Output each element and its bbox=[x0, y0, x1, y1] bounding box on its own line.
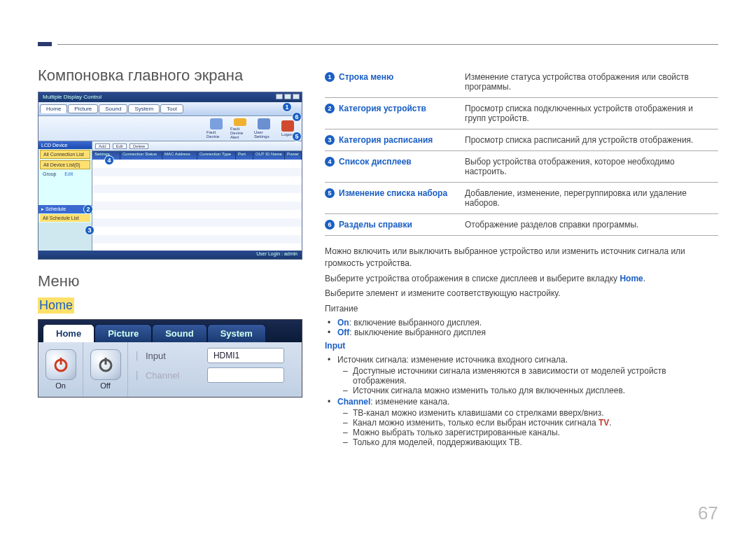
channel-list: Channel: изменение канала. bbox=[325, 397, 718, 407]
window-buttons: _ □ × bbox=[276, 94, 300, 99]
list-item: Доступные источники сигнала изменяются в… bbox=[353, 366, 718, 386]
table-row: 5Изменение списка набораДобавление, изме… bbox=[325, 183, 718, 214]
callout-6: 6 bbox=[292, 112, 302, 122]
sidebar-head: LCD Device bbox=[38, 141, 92, 149]
row-desc: Просмотр списка подключенных устройств о… bbox=[465, 98, 718, 129]
toolbar-label: Fault Device Alert bbox=[230, 127, 250, 139]
col-header: MAC Address bbox=[162, 151, 197, 160]
col-header: OUT ID Name bbox=[253, 151, 285, 160]
page-content: Компоновка главного экрана Multiple Disp… bbox=[38, 66, 718, 513]
close-icon: × bbox=[293, 94, 300, 99]
left-column: Компоновка главного экрана Multiple Disp… bbox=[38, 66, 302, 513]
input-label: Input bbox=[146, 351, 202, 361]
off-keyword: Off bbox=[337, 328, 349, 337]
tab-tool: Tool bbox=[160, 104, 183, 113]
channel-label: Channel bbox=[146, 370, 202, 381]
minimize-icon: _ bbox=[276, 94, 283, 99]
list-item: Источник сигнала: изменение источника вх… bbox=[337, 355, 718, 365]
divider-icon: │ bbox=[135, 371, 140, 379]
on-keyword: On bbox=[337, 318, 349, 328]
toolbar: Fault Device Fault Device Alert User Set… bbox=[38, 116, 302, 141]
callout-1: 1 bbox=[282, 102, 292, 112]
number-badge: 4 bbox=[325, 157, 335, 167]
svg-rect-1 bbox=[59, 358, 62, 365]
number-badge: 5 bbox=[325, 188, 335, 198]
section-title: Компоновка главного экрана bbox=[38, 66, 302, 85]
callout-2: 2 bbox=[83, 204, 93, 214]
channel-sublist: ТВ-канал можно изменить клавишами со стр… bbox=[325, 408, 718, 447]
row-desc: Отображение разделов справки программы. bbox=[465, 214, 718, 236]
monitor-icon bbox=[210, 118, 223, 129]
on-label: On bbox=[55, 381, 66, 390]
col-header: Power bbox=[285, 151, 302, 160]
tab-home: Home bbox=[43, 324, 94, 342]
row-desc: Изменение статуса устройства отображения… bbox=[465, 66, 718, 98]
edit-label: Edit bbox=[64, 171, 73, 176]
logout-icon bbox=[281, 120, 294, 132]
alert-icon bbox=[234, 118, 246, 126]
list-item: On: включение выбранного дисплея. bbox=[337, 318, 718, 328]
off-label: Off bbox=[100, 381, 110, 390]
toolbar-fault-alert: Fault Device Alert bbox=[230, 118, 250, 139]
list-item: Только для моделей, поддерживающих ТВ. bbox=[353, 437, 718, 447]
tab-home: Home bbox=[40, 104, 67, 113]
list-item: Источник сигнала можно изменить только д… bbox=[353, 386, 718, 395]
app-body: LCD Device All Connection List All Devic… bbox=[38, 141, 302, 251]
row-label: 4Список дисплеев bbox=[325, 151, 465, 183]
row-label: 5Изменение списка набора bbox=[325, 183, 465, 214]
number-badge: 3 bbox=[325, 135, 335, 145]
callout-5: 5 bbox=[292, 132, 302, 141]
sidebar-schedule-item: All Schedule List bbox=[40, 214, 90, 222]
power-icon bbox=[97, 356, 114, 373]
delete-button: Delete bbox=[130, 143, 148, 149]
svg-rect-3 bbox=[104, 358, 106, 365]
row-desc: Добавление, изменение, перегруппировка и… bbox=[465, 183, 718, 214]
table-row: 6Разделы справкиОтображение разделов спр… bbox=[325, 214, 718, 236]
table-row: 1Строка менюИзменение статуса устройства… bbox=[325, 66, 718, 98]
table-row: 4Список дисплеевВыбор устройства отображ… bbox=[325, 151, 718, 183]
callout-4: 4 bbox=[104, 155, 114, 165]
grid-rows bbox=[92, 160, 302, 251]
table-row: 3Категория расписанияПросмотр списка рас… bbox=[325, 129, 718, 151]
number-badge: 2 bbox=[325, 104, 335, 113]
toolbar-fault-device: Fault Device bbox=[206, 118, 226, 139]
row-label: 3Категория расписания bbox=[325, 129, 465, 151]
input-list: Источник сигнала: изменение источника вх… bbox=[325, 355, 718, 365]
list-item: Канал можно изменить, только если выбран… bbox=[353, 418, 718, 428]
number-badge: 6 bbox=[325, 220, 335, 230]
power-off-column: Off bbox=[83, 342, 128, 397]
row-desc: Просмотр списка расписаний для устройств… bbox=[465, 129, 718, 151]
power-list: On: включение выбранного дисплея. Off: в… bbox=[325, 318, 718, 337]
divider-icon: │ bbox=[135, 351, 140, 360]
input-keyword: Input bbox=[325, 341, 345, 351]
input-heading: Input bbox=[325, 340, 718, 352]
list-item: Можно выбрать только зарегистрированные … bbox=[353, 428, 718, 437]
layout-description-table: 1Строка менюИзменение статуса устройства… bbox=[325, 66, 718, 236]
number-badge: 1 bbox=[325, 72, 335, 82]
input-sublist: Доступные источники сигнала изменяются в… bbox=[325, 366, 718, 395]
power-on-column: On bbox=[38, 342, 83, 397]
page-number: 67 bbox=[698, 503, 718, 524]
grid-header: Settings Connection Status MAC Address C… bbox=[92, 151, 302, 160]
right-column: 1Строка менюИзменение статуса устройства… bbox=[325, 66, 718, 513]
input-row: │ Input HDMI1 bbox=[135, 348, 295, 363]
menu-bar: Home Picture Sound System Tool bbox=[38, 102, 302, 116]
sidebar-item: All Connection List bbox=[40, 150, 90, 159]
power-off-button bbox=[90, 349, 121, 380]
input-value: HDMI1 bbox=[207, 348, 284, 363]
window-title: Multiple Display Control bbox=[43, 94, 102, 100]
row-desc: Выбор устройства отображения, которое не… bbox=[465, 151, 718, 183]
home-keyword: Home bbox=[620, 274, 643, 283]
col-header: Connection Type bbox=[197, 151, 236, 160]
edit-button: Edit bbox=[113, 143, 127, 149]
header-accent bbox=[38, 42, 52, 46]
screenshot-home-tab: Home Picture Sound System On Off bbox=[38, 319, 302, 398]
callout-3: 3 bbox=[85, 225, 94, 235]
para: Выберите устройства отображения в списке… bbox=[325, 273, 718, 285]
list-item: Channel: изменение канала. bbox=[337, 397, 718, 407]
add-button: Add bbox=[95, 143, 110, 149]
tab-sound: Sound bbox=[99, 104, 127, 113]
group-label: Group bbox=[43, 171, 56, 176]
header-rule bbox=[57, 44, 718, 45]
para: Можно включить или выключить выбранное у… bbox=[325, 246, 718, 270]
